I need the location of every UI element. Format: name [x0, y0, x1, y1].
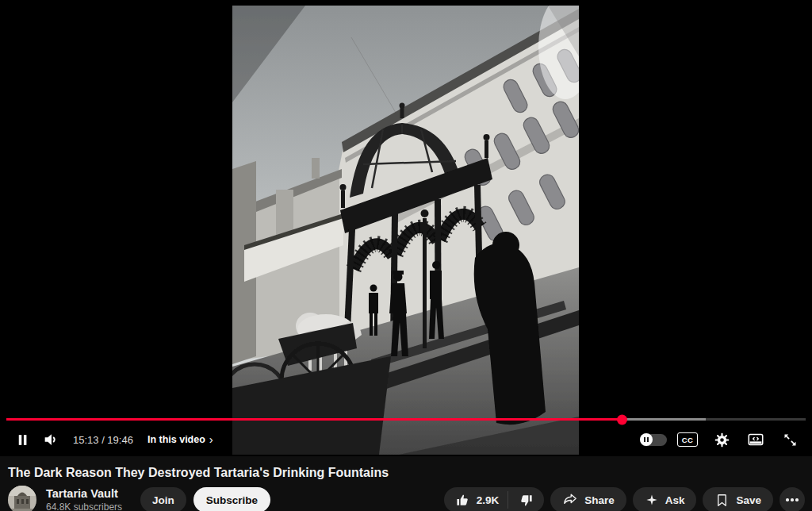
like-count: 2.9K [477, 494, 500, 506]
controls-right: CC [639, 426, 804, 453]
fullscreen-button[interactable] [776, 426, 804, 453]
subscribe-button[interactable]: Subscribe [193, 487, 270, 511]
cc-icon: CC [677, 432, 698, 447]
sparkle-icon [645, 493, 659, 507]
time-display: 15:13 / 19:46 [73, 434, 133, 446]
share-icon [562, 492, 578, 508]
gear-icon [714, 432, 730, 448]
chapter-button[interactable]: In this video › [144, 434, 216, 445]
video-info-section: The Dark Reason They Destroyed Tartaria'… [0, 456, 812, 511]
save-button[interactable]: Save [703, 487, 773, 511]
chevron-right-icon: › [209, 433, 213, 445]
player-controls: 15:13 / 19:46 In this video › CC [8, 426, 804, 453]
controls-left: 15:13 / 19:46 In this video › [8, 426, 216, 453]
channel-name[interactable]: Tartaria Vault [46, 487, 122, 500]
video-player[interactable]: 15:13 / 19:46 In this video › CC [0, 0, 812, 456]
miniplayer-icon [747, 431, 764, 448]
progress-bar[interactable] [6, 418, 806, 421]
channel-info[interactable]: Tartaria Vault 64.8K subscribers [46, 487, 122, 511]
more-icon [786, 498, 789, 501]
youtube-watch-page: 15:13 / 19:46 In this video › CC [0, 0, 812, 511]
volume-button[interactable] [36, 426, 65, 453]
thumbs-up-icon [455, 493, 470, 508]
settings-button[interactable] [707, 426, 736, 453]
dislike-button[interactable] [508, 487, 544, 511]
like-button[interactable]: 2.9K [444, 487, 508, 511]
autoplay-pause-icon [640, 433, 653, 446]
pause-icon [15, 432, 30, 448]
channel-avatar[interactable] [8, 486, 36, 511]
subscriber-count: 64.8K subscribers [46, 502, 122, 511]
fullscreen-icon [782, 432, 799, 448]
more-actions-button[interactable] [779, 487, 805, 511]
action-buttons: 2.9K Share [444, 487, 805, 511]
bookmark-icon [714, 493, 730, 508]
autoplay-pill [640, 434, 667, 446]
autoplay-toggle[interactable] [639, 426, 668, 453]
meta-row: Tartaria Vault 64.8K subscribers Join Su… [0, 486, 812, 511]
share-button[interactable]: Share [550, 487, 626, 511]
progress-played [6, 418, 622, 421]
speaker-icon [42, 431, 59, 448]
like-dislike-pill: 2.9K [444, 487, 545, 511]
subtitles-button[interactable]: CC [673, 426, 702, 453]
save-label: Save [736, 494, 761, 506]
thumbs-down-icon [519, 493, 534, 508]
ask-label: Ask [665, 494, 685, 506]
chapter-label: In this video [147, 434, 205, 445]
ask-button[interactable]: Ask [633, 487, 697, 511]
video-title: The Dark Reason They Destroyed Tartaria'… [8, 465, 802, 480]
join-button[interactable]: Join [140, 487, 186, 511]
progress-scrubber[interactable] [617, 414, 627, 425]
pause-button[interactable] [8, 426, 36, 453]
avatar-image [8, 486, 36, 511]
video-frame [232, 6, 579, 455]
share-label: Share [584, 494, 615, 506]
miniplayer-button[interactable] [741, 426, 770, 453]
